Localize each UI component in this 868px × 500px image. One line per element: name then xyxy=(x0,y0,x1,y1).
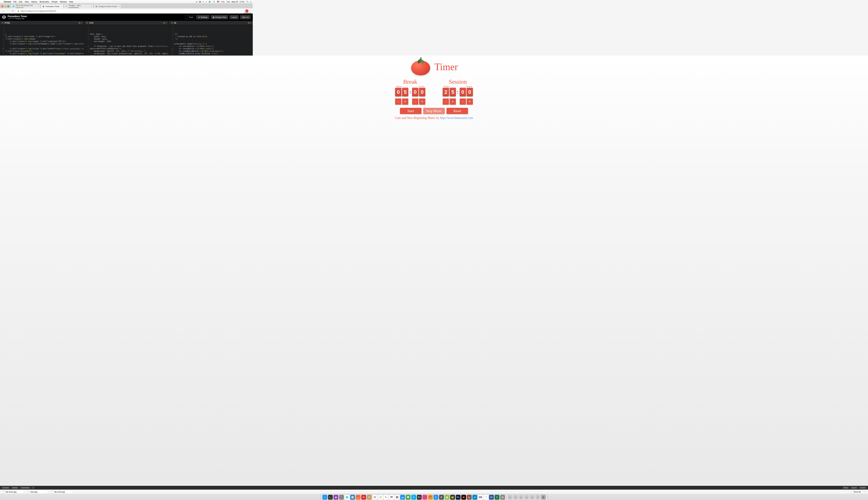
html-pane: HTML⚙ ▾ 123456789101112 |"c-attr">class=… xyxy=(0,21,83,56)
spotlight-icon[interactable]: 🔍 xyxy=(246,1,249,3)
mac-menubar: Chrome File Edit View History Bookmarks … xyxy=(0,0,253,3)
status-icon[interactable]: ▤ xyxy=(199,1,201,3)
login-button[interactable]: Log In xyxy=(229,15,239,19)
menu-file[interactable]: File xyxy=(13,1,17,3)
clock-date: May 29 xyxy=(231,1,238,3)
css-pane-header[interactable]: CSS⚙ ▾ xyxy=(84,21,168,25)
gear-icon[interactable]: ⚙ xyxy=(79,22,80,24)
layout-icon: ▦ xyxy=(213,16,214,18)
menu-history[interactable]: History xyxy=(31,1,37,3)
chrome-menu-icon[interactable]: ⋮ xyxy=(250,10,251,12)
chevron-down-icon[interactable]: ▾ xyxy=(81,22,82,24)
css-pane: CSS⚙ ▾ 123456 78 9 10 11 html, body { wi… xyxy=(84,21,168,56)
tab-close-icon[interactable]: × xyxy=(61,5,62,8)
css-lang-icon xyxy=(86,22,88,24)
codepen-logo-icon[interactable] xyxy=(2,15,6,19)
pen-title: Pomodoro Timer xyxy=(8,15,27,18)
window-zoom-icon[interactable] xyxy=(7,5,9,7)
html-pane-header[interactable]: HTML⚙ ▾ xyxy=(0,21,83,25)
tab-title: Snaggy - easy screenshots xyxy=(68,4,89,9)
favicon-icon: S xyxy=(66,5,67,8)
chrome-tab-strip: 🌐The 5 Amazing Free Clock De× ◧Pomodoro … xyxy=(0,3,253,8)
menu-people[interactable]: People xyxy=(52,1,57,3)
favicon-icon: ◧ xyxy=(42,5,44,8)
tab-title: Pomodoro Timer xyxy=(45,5,59,8)
css-editor[interactable]: 123456 78 9 10 11 html, body { width: au… xyxy=(84,25,168,56)
battery-icon[interactable]: 🔋 xyxy=(213,1,215,3)
js-pane: JS⚙ ▾ 123456789101112131415 /** * Create… xyxy=(169,21,253,56)
browser-tab-active[interactable]: ◧Pomodoro Timer× xyxy=(41,4,64,8)
browser-tab[interactable]: ◧Gridgum Admin Panel× xyxy=(94,4,121,8)
change-view-button[interactable]: ▦Change View xyxy=(211,15,228,19)
settings-button[interactable]: ⚙Settings xyxy=(196,15,209,19)
back-button[interactable]: ← xyxy=(1,10,5,12)
js-editor[interactable]: 123456789101112131415 /** * Created by L… xyxy=(169,25,253,56)
volume-icon[interactable]: 🔊 xyxy=(209,1,211,3)
menu-help[interactable]: Help xyxy=(69,1,73,3)
chrome-toolbar: ← → ⟳ 🔒 https://codepen.io/yoongtilee/pe… xyxy=(0,8,253,13)
pen-subtitle: A PEN BY Yoong Ti Lee xyxy=(8,18,27,20)
tab-close-icon[interactable]: × xyxy=(118,5,120,8)
favicon-icon: ◧ xyxy=(95,5,98,8)
gear-icon[interactable]: ⚙ xyxy=(248,22,250,24)
signup-button[interactable]: Sign Up xyxy=(240,15,251,19)
bookmark-star-icon[interactable]: ☆ xyxy=(241,10,243,12)
tab-title: The 5 Amazing Free Clock De xyxy=(16,4,36,9)
wifi-icon[interactable]: ⌔ xyxy=(206,1,207,3)
fork-icon: ⑂ xyxy=(187,16,189,18)
window-controls xyxy=(1,5,9,8)
browser-tab[interactable]: 🌐The 5 Amazing Free Clock De× xyxy=(11,4,41,8)
address-bar[interactable]: 🔒 https://codepen.io/yoongtilee/pen/EgAb… xyxy=(16,9,244,13)
reload-button[interactable]: ⟳ xyxy=(11,10,14,12)
chevron-down-icon[interactable]: ▾ xyxy=(165,22,167,24)
menu-view[interactable]: View xyxy=(25,1,29,3)
js-lang-icon xyxy=(171,22,173,24)
browser-tab[interactable]: SSnaggy - easy screenshots× xyxy=(64,4,93,8)
gear-icon: ⚙ xyxy=(198,16,200,18)
forward-button: → xyxy=(6,10,10,12)
tab-close-icon[interactable]: × xyxy=(38,5,39,8)
menu-bookmarks[interactable]: Bookmarks xyxy=(39,1,49,3)
tab-close-icon[interactable]: × xyxy=(91,5,92,8)
chevron-down-icon[interactable]: ▾ xyxy=(250,22,251,24)
status-icon[interactable]: ◇ xyxy=(203,1,204,3)
html-lang-icon xyxy=(2,22,3,24)
input-flag-icon[interactable]: 🇺🇸 xyxy=(217,1,219,3)
url-text: https://codepen.io/yoongtilee/pen/EgAbVb xyxy=(21,10,56,12)
codepen-header: Pomodoro Timer A PEN BY Yoong Ti Lee ⑂Fo… xyxy=(0,13,253,21)
tab-title: Gridgum Admin Panel xyxy=(99,5,117,8)
profile-label[interactable]: GridGum xyxy=(244,12,251,14)
editor-panes: HTML⚙ ▾ 123456789101112 |"c-attr">class=… xyxy=(0,21,253,56)
result-preview: Timer Break MinutesSeconds 0 5 : 0 0 -+ … xyxy=(0,56,253,142)
input-locale[interactable]: U.S. xyxy=(221,1,225,3)
window-close-icon[interactable] xyxy=(1,5,3,7)
html-editor[interactable]: 123456789101112 |"c-attr">class="c-tag">… xyxy=(0,25,83,56)
clock-day[interactable]: Tue xyxy=(227,1,230,3)
control-center-icon[interactable]: ≡ xyxy=(250,1,251,3)
clock-time: 17:42 xyxy=(240,1,244,3)
favicon-icon: 🌐 xyxy=(12,5,14,8)
menu-window[interactable]: Window xyxy=(60,1,67,3)
window-minimize-icon[interactable] xyxy=(4,5,6,7)
pen-author-link[interactable]: Yoong Ti Lee xyxy=(15,18,24,20)
lock-icon[interactable]: 🔒 xyxy=(17,10,20,12)
profile-avatar-icon[interactable] xyxy=(245,9,249,12)
menu-edit[interactable]: Edit xyxy=(19,1,22,3)
status-icon[interactable]: ⎚ xyxy=(196,1,197,3)
gear-icon[interactable]: ⚙ xyxy=(163,22,165,24)
js-pane-header[interactable]: JS⚙ ▾ xyxy=(169,21,253,25)
fork-button[interactable]: ⑂Fork xyxy=(185,15,195,19)
app-menu[interactable]: Chrome xyxy=(4,1,11,3)
